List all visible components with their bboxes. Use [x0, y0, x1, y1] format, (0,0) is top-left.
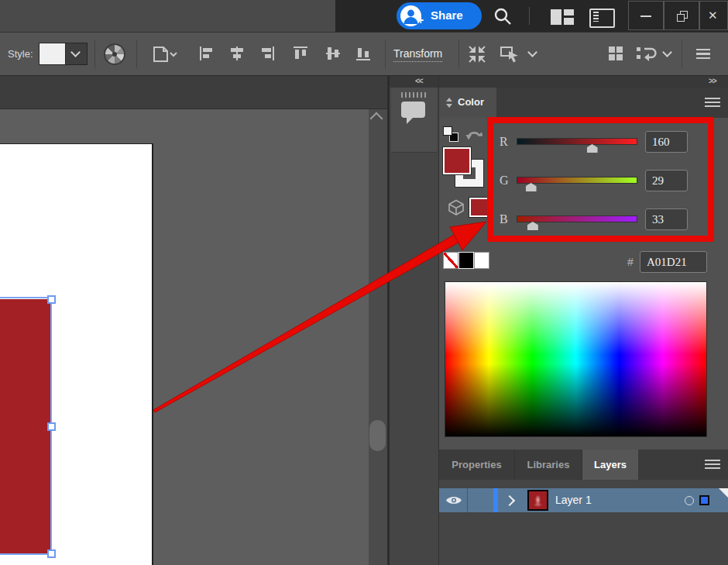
select-object-icon[interactable] [499, 44, 522, 64]
style-dropdown[interactable] [39, 43, 88, 65]
color-panel-body: R G B # [439, 118, 728, 450]
layer-row-divider [467, 488, 468, 512]
tile-top-right [564, 9, 574, 16]
panel-grip-icon [401, 92, 428, 98]
color-panel-menu-icon[interactable] [705, 98, 722, 108]
panel-layout-icon[interactable] [589, 9, 615, 28]
tab-layers[interactable]: Layers [582, 450, 638, 480]
green-slider-track[interactable] [517, 177, 637, 183]
align-horizontal-center-icon[interactable] [228, 45, 247, 64]
icon-panel-column [390, 88, 438, 565]
close-button[interactable]: ✕ [699, 1, 728, 30]
grid-options-icon[interactable] [607, 45, 626, 64]
tab-libraries[interactable]: Libraries [515, 450, 582, 480]
red-slider-row: R [497, 131, 691, 162]
layers-panel-menu-icon[interactable] [705, 460, 722, 470]
align-vertical-center-icon[interactable] [325, 45, 343, 64]
tile-bottom-right [564, 18, 574, 25]
align-left-icon[interactable] [198, 45, 217, 64]
minimize-icon [640, 16, 651, 17]
layer-target-circle-icon[interactable] [685, 496, 694, 505]
swap-fill-stroke-icon[interactable] [465, 126, 483, 142]
blue-slider-track[interactable] [517, 216, 637, 222]
tile-left [551, 9, 561, 25]
layer-row[interactable]: Layer 1 [439, 488, 728, 512]
blue-slider-label: B [500, 212, 508, 226]
quick-swatches [443, 252, 491, 269]
white-color-swatch[interactable] [474, 252, 489, 269]
restore-icon [677, 11, 688, 22]
panel-collapse-strip: << >> [390, 76, 728, 88]
hex-value-input[interactable] [640, 251, 707, 273]
toolbar-separator [385, 40, 386, 68]
scroll-up-icon[interactable] [370, 112, 383, 126]
color-panel-tab-bar: Color [439, 88, 728, 118]
search-icon[interactable] [493, 6, 513, 26]
workspace-switcher-icon[interactable] [551, 9, 575, 26]
toolbar-separator [94, 40, 95, 68]
color-mode-cube-icon[interactable] [448, 199, 465, 215]
transform-link[interactable]: Transform [393, 47, 442, 62]
fit-bounds-icon[interactable] [466, 44, 488, 64]
align-top-icon[interactable] [292, 45, 311, 64]
title-bar-left-section [0, 0, 335, 32]
collapse-panels-right-icon[interactable]: >> [709, 77, 716, 85]
title-bar: + Share ✕ [0, 0, 728, 32]
selection-handle-top-right[interactable] [47, 295, 56, 304]
blue-value-input[interactable] [645, 208, 688, 230]
layer-expand-chevron-icon[interactable] [504, 495, 515, 506]
layer-thumbnail[interactable] [527, 490, 548, 511]
toolbar-separator [682, 40, 682, 68]
green-value-input[interactable] [645, 170, 688, 191]
blue-slider-thumb[interactable] [527, 222, 538, 230]
share-button[interactable]: + Share [397, 2, 482, 29]
fill-color-swatch[interactable] [443, 147, 471, 174]
chevron-down-icon [70, 47, 81, 57]
collapse-panels-left-icon[interactable]: << [415, 77, 423, 85]
red-value-input[interactable] [645, 131, 688, 153]
default-fill-stroke-icon[interactable] [443, 126, 459, 143]
hex-label: # [627, 256, 634, 268]
layer-corner-marker [719, 488, 728, 498]
color-wheel-icon[interactable] [104, 43, 125, 65]
align-right-icon[interactable] [259, 45, 277, 64]
current-color-swatch[interactable] [469, 198, 489, 217]
color-spectrum-picker[interactable] [445, 281, 707, 437]
app-window: + Share ✕ Style: [0, 0, 728, 565]
red-slider-track[interactable] [517, 139, 637, 144]
black-color-swatch[interactable] [458, 252, 474, 269]
panel-cycle-icon [446, 98, 452, 108]
red-slider-label: R [500, 135, 508, 149]
tab-properties[interactable]: Properties [439, 450, 515, 480]
style-dropdown-chevron-box [65, 43, 88, 65]
options-menu-icon[interactable] [696, 49, 710, 61]
green-slider-thumb[interactable] [526, 183, 537, 191]
align-bottom-icon[interactable] [355, 45, 373, 64]
text-flow-icon[interactable] [635, 45, 658, 62]
chevron-down-icon[interactable] [528, 49, 537, 58]
scrollbar-thumb[interactable] [369, 420, 386, 451]
blue-slider-row: B [497, 208, 691, 239]
artboard-tool-icon[interactable] [149, 43, 178, 65]
selection-handle-bottom-right[interactable] [47, 549, 56, 558]
selection-bounding-box [0, 297, 52, 555]
toolbar-separator [136, 40, 137, 68]
layer-visibility-eye-icon[interactable] [445, 494, 462, 509]
none-color-swatch[interactable] [443, 252, 458, 269]
chevron-down-icon[interactable] [663, 49, 672, 58]
panel-layout-strip [593, 12, 599, 22]
red-slider-thumb[interactable] [587, 144, 598, 153]
canvas-top-strip [0, 76, 388, 109]
titlebar-separator [529, 7, 530, 25]
vertical-scrollbar[interactable] [369, 109, 387, 565]
selection-handle-middle-right[interactable] [47, 422, 56, 431]
layer-selection-square-icon[interactable] [699, 495, 709, 505]
style-label: Style: [8, 48, 33, 60]
minimize-button[interactable] [628, 1, 664, 30]
close-icon: ✕ [708, 9, 718, 22]
comments-panel-button[interactable] [391, 88, 437, 153]
tab-color[interactable]: Color [439, 88, 496, 118]
restore-button[interactable] [664, 1, 699, 30]
color-panel-title: Color [458, 96, 484, 108]
bottom-panel-tab-bar: Properties Libraries Layers [439, 450, 728, 480]
